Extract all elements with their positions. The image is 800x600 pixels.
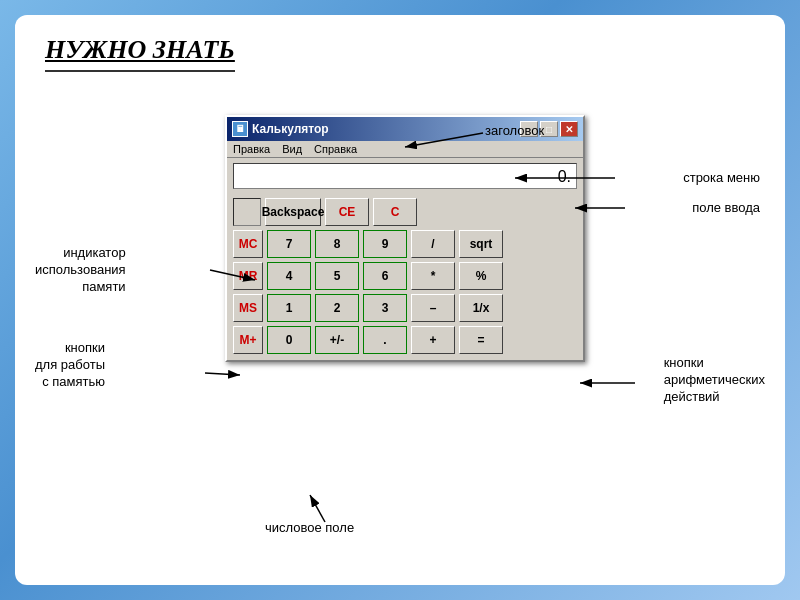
- annotation-indikator-text: индикаториспользованияпамяти: [35, 245, 126, 294]
- btn-divide[interactable]: /: [411, 230, 455, 258]
- display-value: 0.: [558, 168, 571, 185]
- annotation-zagolovok: заголовок: [485, 123, 544, 138]
- btn-equals[interactable]: =: [459, 326, 503, 354]
- annotation-knopki-pamyat-text: кнопкидля работыс памятью: [35, 340, 105, 389]
- annotation-indikator: индикаториспользованияпамяти: [35, 245, 126, 296]
- annotation-stroka-menu-text: строка меню: [683, 170, 760, 185]
- btn-0[interactable]: 0: [267, 326, 311, 354]
- calc-menubar: Правка Вид Справка: [227, 141, 583, 158]
- btn-1[interactable]: 1: [267, 294, 311, 322]
- svg-line-6: [310, 495, 325, 522]
- calc-display: 0.: [233, 163, 577, 189]
- calc-app-icon: 🖩: [232, 121, 248, 137]
- ms-button[interactable]: MS: [233, 294, 263, 322]
- button-row-0: Backspace CE C: [233, 198, 577, 226]
- btn-6[interactable]: 6: [363, 262, 407, 290]
- mr-button[interactable]: MR: [233, 262, 263, 290]
- annotation-pole-vvoda: поле ввода: [692, 200, 760, 215]
- c-button[interactable]: C: [373, 198, 417, 226]
- annotation-chislovoe: числовое поле: [265, 520, 354, 535]
- btn-add[interactable]: +: [411, 326, 455, 354]
- btn-sqrt[interactable]: sqrt: [459, 230, 503, 258]
- btn-multiply[interactable]: *: [411, 262, 455, 290]
- btn-9[interactable]: 9: [363, 230, 407, 258]
- close-button[interactable]: ✕: [560, 121, 578, 137]
- btn-4[interactable]: 4: [267, 262, 311, 290]
- btn-2[interactable]: 2: [315, 294, 359, 322]
- btn-8[interactable]: 8: [315, 230, 359, 258]
- annotation-knopki-arifm-text: кнопкиарифметическихдействий: [664, 355, 765, 404]
- mplus-button[interactable]: M+: [233, 326, 263, 354]
- svg-line-5: [205, 373, 240, 375]
- btn-7[interactable]: 7: [267, 230, 311, 258]
- menu-item-pravka[interactable]: Правка: [233, 143, 270, 155]
- title-section: НУЖНО ЗНАТЬ: [45, 35, 235, 72]
- mc-button[interactable]: MC: [233, 230, 263, 258]
- btn-sign[interactable]: +/-: [315, 326, 359, 354]
- slide-title: НУЖНО ЗНАТЬ: [45, 35, 235, 64]
- btn-percent[interactable]: %: [459, 262, 503, 290]
- slide: НУЖНО ЗНАТЬ 🖩 Калькулятор _ □ ✕ Правка В…: [15, 15, 785, 585]
- memory-indicator: [233, 198, 261, 226]
- btn-reciprocal[interactable]: 1/x: [459, 294, 503, 322]
- annotation-stroka-menu: строка меню: [683, 170, 760, 185]
- btn-decimal[interactable]: .: [363, 326, 407, 354]
- button-row-4: M+ 0 +/- . + =: [233, 326, 577, 354]
- calculator-window: 🖩 Калькулятор _ □ ✕ Правка Вид Справка 0…: [225, 115, 585, 362]
- button-row-2: MR 4 5 6 * %: [233, 262, 577, 290]
- backspace-button[interactable]: Backspace: [265, 198, 321, 226]
- calc-title-text: Калькулятор: [252, 122, 329, 136]
- calc-body: Backspace CE C MC 7 8 9 / sqrt MR 4 5 6 …: [227, 194, 583, 360]
- menu-item-vid[interactable]: Вид: [282, 143, 302, 155]
- annotation-pole-vvoda-text: поле ввода: [692, 200, 760, 215]
- btn-5[interactable]: 5: [315, 262, 359, 290]
- btn-subtract[interactable]: –: [411, 294, 455, 322]
- menu-item-spravka[interactable]: Справка: [314, 143, 357, 155]
- ce-button[interactable]: CE: [325, 198, 369, 226]
- calc-title-left: 🖩 Калькулятор: [232, 121, 329, 137]
- button-row-3: MS 1 2 3 – 1/x: [233, 294, 577, 322]
- annotation-knopki-arifm: кнопкиарифметическихдействий: [664, 355, 765, 406]
- annotation-chislovoe-text: числовое поле: [265, 520, 354, 535]
- annotation-knopki-pamyat: кнопкидля работыс памятью: [35, 340, 105, 391]
- button-row-1: MC 7 8 9 / sqrt: [233, 230, 577, 258]
- btn-3[interactable]: 3: [363, 294, 407, 322]
- annotation-zagolovok-text: заголовок: [485, 123, 544, 138]
